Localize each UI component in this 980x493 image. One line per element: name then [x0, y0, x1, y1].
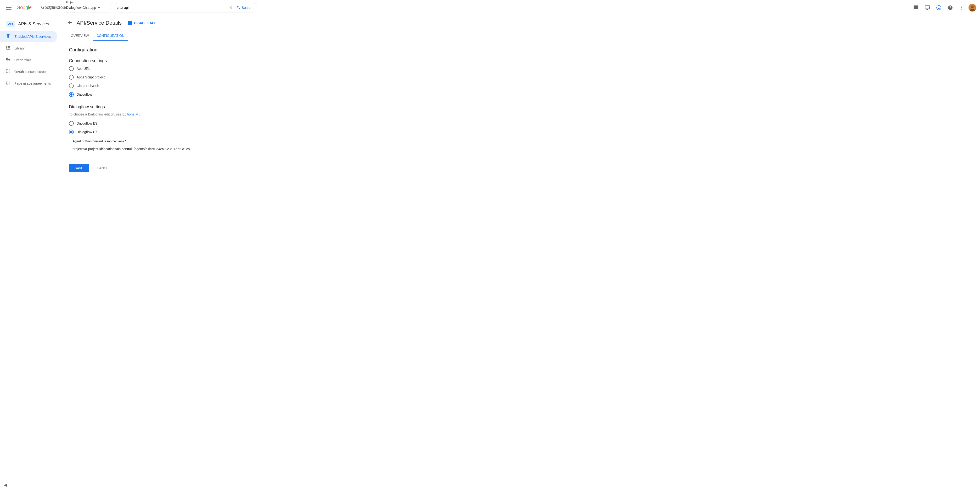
sidebar-item-credentials-label: Credentials	[14, 58, 31, 62]
svg-rect-0	[6, 6, 11, 6]
action-bar: SAVE CANCEL	[61, 160, 980, 176]
enabled-apis-icon	[6, 33, 11, 40]
svg-rect-2	[6, 9, 11, 10]
dialogflow-settings-title: Dialogflow settings	[69, 105, 269, 109]
page-title: API/Service Details	[76, 20, 122, 26]
radio-cloud-pubsub[interactable]: Cloud Pub/Sub	[69, 84, 269, 88]
radio-dialogflow-cx-circle	[69, 130, 74, 134]
sidebar-header: API APIs & Services	[0, 17, 61, 31]
svg-point-6	[961, 5, 962, 6]
editions-link[interactable]: Editions ↗	[123, 113, 139, 116]
configuration-content: Configuration Connection settings App UR…	[61, 41, 277, 160]
radio-cloud-pubsub-label: Cloud Pub/Sub	[76, 84, 99, 88]
external-link-icon: ↗	[135, 113, 138, 116]
notifications-icon[interactable]: 1	[934, 3, 943, 13]
radio-dialogflow-cx[interactable]: Dialogflow CX	[69, 130, 269, 134]
tabs: OVERVIEW CONFIGURATION	[61, 31, 980, 41]
console-icon[interactable]	[911, 3, 921, 13]
search-icon	[237, 5, 241, 10]
radio-app-url-label: App URL	[76, 67, 90, 71]
credentials-icon	[6, 57, 11, 63]
sidebar-item-page-usage[interactable]: Page usage agreements	[0, 78, 57, 89]
sidebar-item-library-label: Library	[14, 46, 25, 50]
section-title: Configuration	[69, 47, 269, 52]
project-dropdown-arrow: ▾	[98, 5, 100, 10]
radio-apps-script[interactable]: Apps Script project	[69, 75, 269, 79]
svg-point-10	[971, 5, 974, 8]
radio-dialogflow-circle	[69, 92, 74, 97]
save-button[interactable]: SAVE	[69, 164, 89, 173]
hamburger-menu[interactable]	[4, 3, 13, 13]
search-bar: ✕ Search	[114, 3, 257, 13]
connection-options: App URL Apps Script project Cloud Pub/Su…	[69, 66, 269, 97]
sidebar-title: APIs & Services	[18, 22, 49, 27]
sidebar-item-library[interactable]: Library	[0, 42, 57, 54]
sidebar-item-oauth-label: OAuth consent screen	[14, 70, 48, 74]
radio-cloud-pubsub-circle	[69, 84, 74, 88]
help-icon[interactable]	[945, 3, 955, 13]
api-badge: API	[6, 21, 15, 27]
radio-dialogflow-es[interactable]: Dialogflow ES	[69, 121, 269, 126]
radio-apps-script-label: Apps Script project	[76, 75, 105, 79]
search-input[interactable]	[117, 6, 227, 10]
input-label-container: Agent or Environment resource name *	[69, 142, 269, 154]
sidebar-item-credentials[interactable]: Credentials	[0, 54, 57, 66]
disable-api-icon	[128, 21, 132, 25]
topbar: Google Google Cloud Cloud Project Dialog…	[0, 0, 980, 15]
project-name: Dialogflow Chat app	[66, 6, 96, 10]
radio-dialogflow-label: Dialogflow	[76, 92, 92, 96]
svg-point-8	[961, 9, 962, 10]
agent-input-group: Agent or Environment resource name *	[69, 142, 269, 154]
sidebar-item-enabled-apis-label: Enabled APIs & services	[14, 35, 51, 38]
sidebar: API APIs & Services Enabled APIs & servi…	[0, 15, 61, 493]
cloud-label: Cloud	[49, 5, 60, 10]
page-usage-icon	[6, 80, 11, 86]
disable-api-button[interactable]: DISABLE API	[126, 19, 158, 27]
search-button-label: Search	[242, 6, 252, 10]
svg-text:Google: Google	[16, 5, 32, 10]
radio-dialogflow[interactable]: Dialogflow	[69, 92, 269, 97]
svg-text:1: 1	[938, 6, 940, 9]
connection-settings-title: Connection settings	[69, 58, 269, 63]
oauth-icon	[6, 69, 11, 75]
display-icon[interactable]	[923, 3, 932, 13]
radio-dialogflow-inner	[70, 93, 73, 96]
sidebar-item-page-usage-label: Page usage agreements	[14, 81, 51, 86]
tab-configuration[interactable]: CONFIGURATION	[93, 31, 128, 41]
library-icon	[6, 45, 11, 51]
main-content: API/Service Details DISABLE API OVERVIEW…	[61, 15, 980, 493]
dialogflow-editions: Dialogflow ES Dialogflow CX	[69, 121, 269, 134]
radio-apps-script-circle	[69, 75, 74, 79]
back-button[interactable]	[67, 20, 73, 27]
layout: API APIs & Services Enabled APIs & servi…	[0, 15, 980, 493]
search-button[interactable]: Search	[235, 5, 254, 11]
sidebar-collapse[interactable]: ◀	[4, 483, 7, 487]
agent-resource-name-input[interactable]	[69, 144, 222, 154]
cancel-button[interactable]: CANCEL	[93, 164, 114, 173]
page-header: API/Service Details DISABLE API	[61, 15, 980, 31]
radio-dialogflow-cx-label: Dialogflow CX	[76, 130, 98, 134]
project-label: Project	[65, 1, 75, 4]
dialogflow-helper-text: To choose a Dialogflow edition, see Edit…	[69, 113, 269, 116]
collapse-icon: ◀	[4, 483, 7, 487]
radio-app-url[interactable]: App URL	[69, 66, 269, 71]
radio-dialogflow-es-circle	[69, 121, 74, 126]
more-options-icon[interactable]	[957, 3, 967, 13]
agent-input-label: Agent or Environment resource name *	[72, 139, 127, 143]
sidebar-item-enabled-apis[interactable]: Enabled APIs & services	[0, 31, 57, 42]
svg-point-7	[961, 7, 962, 8]
tab-overview[interactable]: OVERVIEW	[67, 31, 93, 41]
disable-api-label: DISABLE API	[134, 21, 155, 25]
svg-rect-1	[6, 7, 11, 8]
radio-dialogflow-es-label: Dialogflow ES	[76, 122, 97, 125]
topbar-actions: 1	[911, 3, 976, 13]
radio-dialogflow-cx-inner	[70, 131, 73, 133]
project-selector[interactable]: Project Dialogflow Chat app ▾	[63, 3, 111, 13]
radio-app-url-circle	[69, 66, 74, 71]
user-avatar[interactable]	[969, 4, 976, 11]
sidebar-item-oauth[interactable]: OAuth consent screen	[0, 66, 57, 78]
search-clear-icon[interactable]: ✕	[229, 5, 233, 10]
